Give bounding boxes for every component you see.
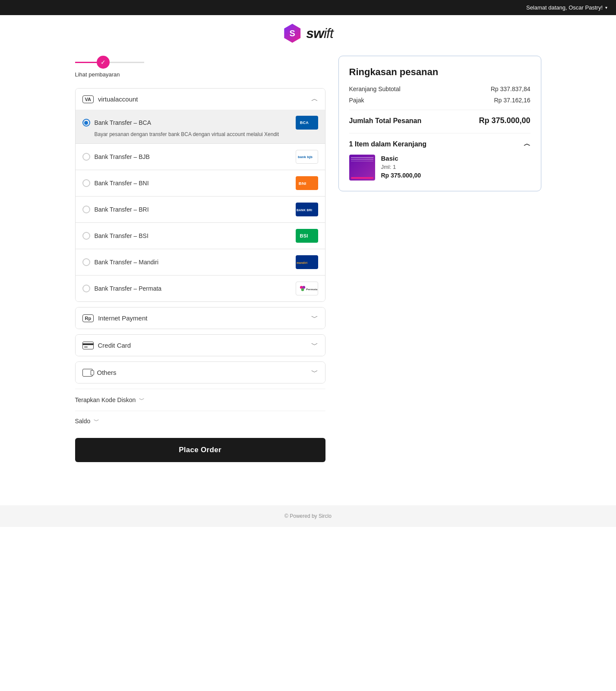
total-label: Jumlah Total Pesanan: [349, 117, 422, 125]
va-bni-label: Bank Transfer – BNI: [95, 180, 149, 187]
bank-bri-logo: BANK BRI: [296, 203, 318, 216]
radio-mandiri: [82, 258, 90, 266]
bank-bni-logo: BNI: [296, 176, 318, 190]
top-bar: Selamat datang, Oscar Pastry! ▾: [0, 0, 616, 15]
bjb-logo-svg: bank bjb: [297, 151, 316, 163]
logo: S swswiftift: [283, 24, 333, 43]
wallet-icon: [82, 369, 93, 377]
saldo-row[interactable]: Saldo ﹀: [75, 417, 325, 425]
others-card: Others ﹀: [75, 361, 325, 384]
credit-card-card: Credit Card ﹀: [75, 334, 325, 356]
others-title: Others: [97, 369, 117, 376]
total-value: Rp 375.000,00: [479, 116, 530, 125]
user-greeting[interactable]: Selamat datang, Oscar Pastry! ▾: [526, 4, 607, 11]
summary-subtotal-row: Keranjang Subtotal Rp 337.837,84: [349, 86, 531, 92]
step-label: Lihat pembayaran: [75, 71, 325, 78]
bank-permata-logo: Permata: [296, 282, 318, 295]
va-option-bsi-left: Bank Transfer – BSI: [82, 232, 148, 240]
bank-mandiri-logo: mandiri: [296, 255, 318, 269]
va-option-bca-left: Bank Transfer – BCA: [82, 119, 152, 127]
va-bca-label: Bank Transfer – BCA: [95, 119, 152, 126]
svg-text:BNI: BNI: [298, 181, 306, 186]
va-bjb-label: Bank Transfer – BJB: [95, 153, 150, 160]
user-chevron-icon: ▾: [605, 5, 607, 10]
tax-label: Pajak: [349, 97, 364, 104]
virtual-account-header[interactable]: VA virtualaccount ︿: [76, 89, 325, 110]
saldo-label: Saldo: [75, 418, 91, 425]
summary-divider: [349, 110, 531, 110]
permata-logo-svg: Permata: [296, 282, 318, 295]
summary-tax-row: Pajak Rp 37.162,16: [349, 97, 531, 104]
discount-label: Terapkan Kode Diskon: [75, 396, 136, 403]
saldo-section: Saldo ﹀: [75, 411, 325, 431]
va-option-bjb-left: Bank Transfer – BJB: [82, 153, 150, 161]
svg-text:BSI: BSI: [300, 233, 308, 238]
subtotal-label: Keranjang Subtotal: [349, 86, 401, 92]
va-option-permata-left: Bank Transfer – Permata: [82, 285, 162, 292]
va-chevron-up-icon: ︿: [311, 95, 318, 104]
header: S swswiftift: [0, 15, 616, 47]
va-title: virtualaccount: [98, 95, 138, 103]
va-option-bca-row: Bank Transfer – BCA BCA: [82, 116, 318, 130]
radio-bri: [82, 206, 90, 213]
va-option-bri[interactable]: Bank Transfer – BRI BANK BRI: [76, 197, 325, 223]
discount-section: Terapkan Kode Diskon ﹀: [75, 389, 325, 411]
logo-hex-icon: S: [283, 24, 302, 43]
ip-tag: Rp: [82, 314, 94, 322]
radio-bca: [82, 119, 90, 127]
step-line-right: [110, 62, 144, 63]
va-tag: VA: [82, 95, 94, 103]
internet-payment-header[interactable]: Rp Internet Payment ﹀: [76, 307, 325, 329]
svg-point-10: [301, 288, 304, 291]
cc-title: Credit Card: [98, 342, 131, 349]
cart-item-image: [349, 155, 375, 181]
ip-header-left: Rp Internet Payment: [82, 314, 148, 322]
logo-text: swswiftift: [306, 25, 333, 41]
va-option-bjb[interactable]: Bank Transfer – BJB bank bjb: [76, 144, 325, 170]
va-mandiri-label: Bank Transfer – Mandiri: [95, 259, 159, 266]
cart-item-price: Rp 375.000,00: [381, 172, 531, 179]
va-option-bni-left: Bank Transfer – BNI: [82, 179, 149, 187]
place-order-button[interactable]: Place Order: [75, 438, 325, 462]
va-permata-label: Bank Transfer – Permata: [95, 285, 162, 292]
cart-section-header[interactable]: 1 Item dalam Keranjang ︿: [349, 139, 531, 149]
va-option-bni[interactable]: Bank Transfer – BNI BNI: [76, 170, 325, 197]
va-option-mandiri-left: Bank Transfer – Mandiri: [82, 258, 159, 266]
cart-section-label: 1 Item dalam Keranjang: [349, 140, 427, 148]
bank-bjb-logo: bank bjb: [296, 150, 318, 164]
left-column: ✓ Lihat pembayaran VA virtualaccount ︿: [75, 56, 325, 462]
cart-item-name: Basic: [381, 155, 531, 162]
bsi-logo-svg: BSI: [297, 230, 316, 242]
radio-bjb: [82, 153, 90, 161]
subtotal-value: Rp 337.837,84: [491, 86, 531, 92]
svg-text:bank bjb: bank bjb: [297, 155, 312, 159]
virtual-account-card: VA virtualaccount ︿ Bank Transfer – BCA: [75, 88, 325, 302]
va-option-bsi[interactable]: Bank Transfer – BSI BSI: [76, 223, 325, 249]
radio-bsi: [82, 232, 90, 240]
summary-divider-2: [349, 133, 531, 133]
radio-permata: [82, 285, 90, 292]
bank-bca-logo: BCA: [296, 116, 318, 130]
summary-total-row: Jumlah Total Pesanan Rp 375.000,00: [349, 116, 531, 125]
step-circle: ✓: [97, 56, 110, 69]
cart-item: Basic Jml: 1 Rp 375.000,00: [349, 155, 531, 181]
va-option-permata[interactable]: Bank Transfer – Permata Permata: [76, 276, 325, 301]
cc-chevron-down-icon: ﹀: [311, 341, 318, 350]
discount-row[interactable]: Terapkan Kode Diskon ﹀: [75, 396, 325, 404]
right-column: Ringkasan pesanan Keranjang Subtotal Rp …: [338, 56, 541, 462]
va-option-bca[interactable]: Bank Transfer – BCA BCA Bayar pesanan de…: [76, 110, 325, 144]
radio-bca-dot: [84, 121, 88, 125]
footer-text: © Powered by Sirclo: [284, 513, 332, 519]
others-header-left: Others: [82, 369, 117, 377]
discount-chevron-icon: ﹀: [139, 396, 145, 404]
va-bsi-label: Bank Transfer – BSI: [95, 232, 148, 239]
step-line-left: [75, 62, 97, 63]
others-header[interactable]: Others ﹀: [76, 362, 325, 383]
cart-item-qty: Jml: 1: [381, 164, 531, 170]
bni-logo-svg: BNI: [297, 177, 316, 189]
va-option-mandiri[interactable]: Bank Transfer – Mandiri mandiri: [76, 249, 325, 276]
credit-card-header[interactable]: Credit Card ﹀: [76, 335, 325, 356]
bca-logo-svg: BCA: [299, 119, 315, 126]
internet-payment-card: Rp Internet Payment ﹀: [75, 307, 325, 329]
svg-text:mandiri: mandiri: [297, 261, 307, 264]
